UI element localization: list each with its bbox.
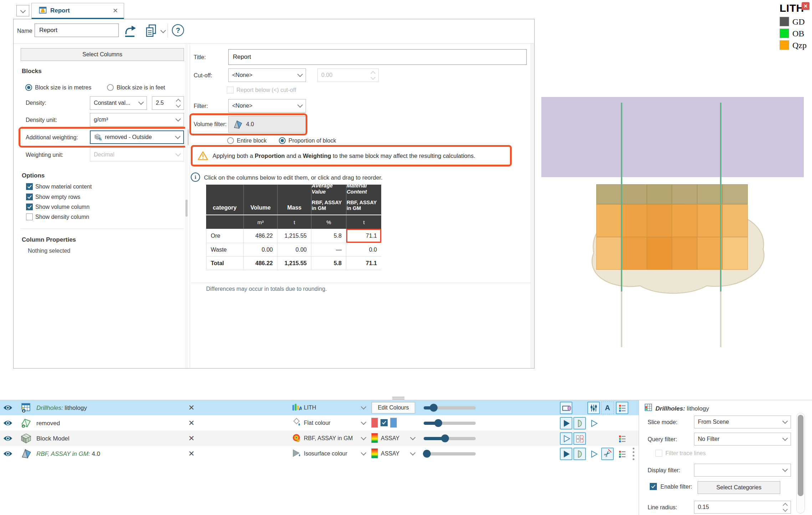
block-model-icon [21, 433, 31, 444]
interval-sliders-icon[interactable] [587, 402, 600, 414]
checkbox-show-material-content[interactable] [26, 183, 33, 190]
remove-from-scene-icon[interactable]: ✕ [188, 404, 195, 411]
tab-report[interactable]: Report ✕ [31, 3, 124, 20]
copy-icon[interactable] [143, 24, 158, 38]
report-icon [39, 6, 47, 14]
remove-from-scene-icon[interactable]: ✕ [188, 450, 195, 457]
show-as-cylinders-icon[interactable] [560, 402, 572, 414]
slice-mode-select[interactable]: From Scene [694, 416, 791, 428]
splitter-grip[interactable] [392, 397, 404, 398]
query-filter-select[interactable]: No Filter [694, 433, 791, 446]
render-wireframe-icon[interactable] [587, 448, 600, 460]
legend-label: Qzp [792, 41, 807, 50]
show-faces-icon[interactable] [573, 448, 586, 460]
scene-row-selected-bg[interactable] [0, 400, 639, 415]
radio-block-size-feet[interactable] [107, 84, 114, 91]
checkbox-enable-filter[interactable] [650, 483, 657, 490]
dialog-scrollbar-track[interactable] [531, 44, 534, 368]
render-solid-icon[interactable] [560, 448, 572, 460]
density-unit-label: Density unit: [26, 117, 57, 123]
options-heading: Options [22, 172, 45, 179]
spinner-arrows-icon[interactable] [177, 99, 180, 107]
flat-colour-swatch-blue[interactable] [390, 418, 397, 428]
shading-select-label[interactable]: Isosurface colour [304, 450, 347, 457]
checkbox-show-volume-column[interactable] [26, 204, 33, 210]
density-select[interactable]: Constant val... [90, 96, 147, 110]
density-amount-spinner[interactable]: 2.5 [152, 96, 184, 110]
splitter-grip-dot[interactable] [633, 455, 634, 457]
drillhole-green [621, 103, 622, 292]
visibility-eye-icon[interactable] [3, 419, 13, 427]
visibility-eye-icon[interactable] [3, 404, 13, 411]
render-wireframe-icon[interactable] [587, 417, 600, 429]
table-column-material-content[interactable]: Material Content RBF, ASSAY in GM [346, 185, 381, 215]
title-input[interactable] [228, 49, 527, 65]
show-legend-icon[interactable] [616, 448, 628, 460]
select-columns-button[interactable]: Select Columns [21, 48, 184, 61]
show-edges-icon[interactable] [573, 432, 586, 445]
export-icon[interactable] [123, 24, 138, 38]
splitter-grip-dot[interactable] [633, 458, 634, 460]
text-labels-icon[interactable]: A [601, 402, 614, 414]
checkbox-show-density-column[interactable] [26, 213, 33, 220]
tab-list-dropdown-button[interactable] [16, 5, 29, 16]
table-column-mass[interactable]: Mass [277, 185, 311, 215]
cutoff-amount-spinner: 0.00 [317, 68, 379, 82]
spinner-arrows-icon[interactable] [783, 504, 787, 511]
colourmap-value-label[interactable]: ASSAY [381, 435, 399, 442]
edit-colours-button[interactable]: Edit Colours [372, 402, 415, 413]
info-icon: i [191, 172, 200, 182]
splitter-grip-dot[interactable] [633, 448, 634, 449]
show-legend-icon[interactable] [616, 432, 628, 445]
density-unit-select[interactable]: g/cm³ [90, 113, 184, 127]
slice-scissors-icon[interactable]: ✂ [601, 448, 614, 460]
radio-block-size-metres[interactable] [25, 84, 32, 91]
show-legend-icon[interactable] [616, 402, 628, 414]
render-solid-icon[interactable] [560, 417, 572, 429]
table-column-volume[interactable]: Volume [243, 185, 277, 215]
application-window: Report ✕ Name ? Select Columns Blocks Bl… [0, 0, 812, 515]
render-wireframe-icon[interactable] [560, 432, 572, 445]
radio-proportion-of-block[interactable] [279, 137, 286, 144]
opacity-slider[interactable] [424, 400, 476, 415]
additional-weighting-select[interactable]: % removed - Outside [90, 130, 184, 144]
display-filter-select[interactable] [694, 464, 791, 477]
opacity-slider[interactable] [424, 416, 476, 431]
table-column-average-value[interactable]: Average Value RBF, ASSAY in GM [311, 185, 346, 215]
help-icon[interactable]: ? [172, 24, 184, 36]
opacity-slider[interactable] [424, 431, 476, 446]
scene-viewport[interactable] [535, 0, 812, 400]
filter-select[interactable]: <None> [228, 99, 306, 113]
opacity-slider[interactable] [424, 446, 476, 461]
splitter-grip-dot[interactable] [633, 451, 634, 453]
shading-select-label[interactable]: RBF, ASSAY in GM [304, 435, 353, 442]
visibility-eye-icon[interactable] [3, 435, 13, 442]
cutoff-select[interactable]: <None> [228, 68, 306, 82]
left-panel-scrollbar-thumb[interactable] [185, 200, 188, 217]
unit-cell [206, 215, 243, 229]
name-input[interactable] [35, 24, 119, 37]
line-radius-spinner[interactable]: 0.15 [694, 501, 791, 514]
checkbox-show-empty-rows[interactable] [26, 194, 33, 200]
remove-from-scene-icon[interactable]: ✕ [188, 434, 195, 442]
legend-close-icon[interactable]: ✕ [802, 2, 810, 10]
table-column-category[interactable]: category [206, 185, 243, 215]
scene-row-label: removed [36, 420, 60, 427]
flat-colour-swatch-red[interactable] [371, 418, 378, 428]
shading-select-label[interactable]: LITH [304, 405, 316, 411]
shading-select-label[interactable]: Flat colour [304, 420, 331, 426]
colourmap-gradient-swatch[interactable] [371, 448, 378, 458]
show-faces-icon[interactable] [573, 417, 586, 429]
drillhole-green [720, 103, 721, 292]
colourmap-gradient-swatch[interactable] [371, 433, 378, 443]
colourmap-value-label[interactable]: ASSAY [381, 450, 399, 457]
radio-entire-block[interactable] [227, 137, 234, 144]
splitter-grip[interactable] [392, 398, 404, 400]
visibility-eye-icon[interactable] [3, 450, 13, 457]
volume-filter-field[interactable]: 4.0 [228, 116, 306, 133]
tab-close-icon[interactable]: ✕ [113, 7, 118, 14]
remove-from-scene-icon[interactable]: ✕ [188, 419, 195, 427]
select-categories-button[interactable]: Select Categories [698, 481, 780, 494]
properties-scrollbar-thumb[interactable] [798, 415, 803, 496]
two-colour-checkbox[interactable] [381, 419, 388, 426]
